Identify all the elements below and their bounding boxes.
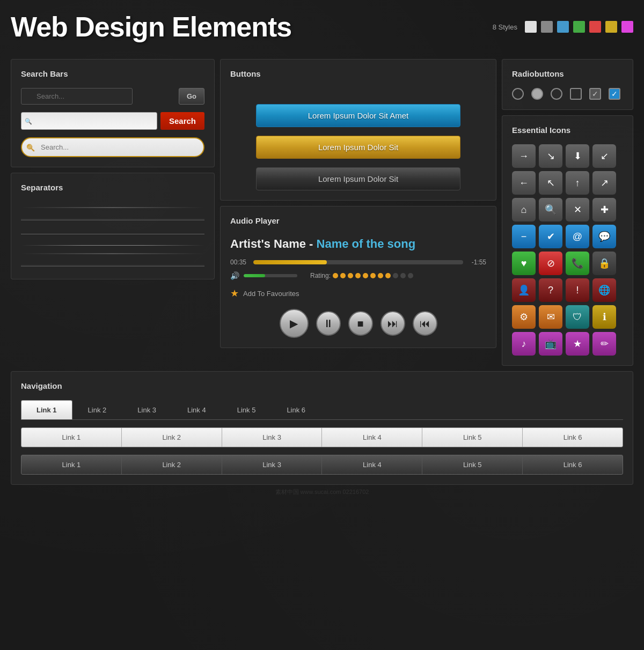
audio-player-title: Audio Player <box>230 216 486 225</box>
nav-tab-1-link1[interactable]: Link 1 <box>21 400 72 419</box>
icon-globe[interactable]: 🌐 <box>592 278 616 302</box>
icon-arrow-right[interactable]: → <box>512 144 536 168</box>
nav-tab-2-link5[interactable]: Link 5 <box>422 428 523 447</box>
watermark: 素材中国 www.sucai.com 02216702 <box>11 485 633 499</box>
favourites-row[interactable]: ★ Add To Favourites <box>230 287 486 299</box>
search-bar-3-row <box>21 137 204 157</box>
separator-4 <box>21 245 204 246</box>
nav-row-2: Link 1 Link 2 Link 3 Link 4 Link 5 Link … <box>21 427 623 447</box>
rating-label: Rating: <box>310 272 331 279</box>
swatch-1[interactable] <box>525 21 537 33</box>
icon-home[interactable]: ⌂ <box>512 198 536 221</box>
radio-6[interactable]: ✓ <box>609 88 620 100</box>
search-wrapper-1 <box>21 88 175 105</box>
icon-tv[interactable]: 📺 <box>539 332 562 356</box>
search-input-3[interactable] <box>21 137 204 157</box>
nav-tab-3-link4[interactable]: Link 4 <box>322 455 422 474</box>
nav-tab-1-link6[interactable]: Link 6 <box>271 400 321 419</box>
icon-user[interactable]: 👤 <box>512 278 536 302</box>
nav-tab-2-link1[interactable]: Link 1 <box>21 428 122 447</box>
song-name: Name of the song <box>317 237 416 250</box>
main-panels-row: Search Bars Go Search <box>11 59 633 366</box>
icon-star[interactable]: ★ <box>566 332 589 356</box>
icon-checkmark[interactable]: ✔ <box>539 225 562 248</box>
radio-2[interactable] <box>531 88 543 100</box>
icon-phone[interactable]: 📞 <box>566 252 589 275</box>
stop-button[interactable]: ■ <box>348 311 373 336</box>
button-blue[interactable]: Lorem Ipsum Dolor Sit Amet <box>256 104 461 127</box>
icon-arrow-down-left[interactable]: ↙ <box>592 144 616 168</box>
nav-tab-3-link1[interactable]: Link 1 <box>21 455 122 474</box>
icon-pencil[interactable]: ✏ <box>592 332 616 356</box>
search-button[interactable]: Search <box>160 112 204 130</box>
rating-dot <box>378 273 383 278</box>
nav-tab-2-link6[interactable]: Link 6 <box>523 428 623 447</box>
icon-search[interactable]: 🔍 <box>539 198 562 221</box>
backward-button[interactable]: ⏮ <box>413 311 437 336</box>
rating-area: Rating: <box>310 272 413 279</box>
icon-arrow-down-right[interactable]: ↘ <box>539 144 562 168</box>
nav-tab-1-link5[interactable]: Link 5 <box>222 400 272 419</box>
icon-question[interactable]: ? <box>539 278 562 302</box>
icon-arrow-left[interactable]: ← <box>512 171 536 195</box>
icon-exclaim[interactable]: ! <box>566 278 589 302</box>
icon-mail[interactable]: ✉ <box>539 305 562 329</box>
icon-plus[interactable]: ✚ <box>592 198 616 221</box>
nav-tab-2-link3[interactable]: Link 3 <box>222 428 323 447</box>
icon-minus[interactable]: − <box>512 225 536 248</box>
icon-no[interactable]: ⊘ <box>539 252 562 275</box>
icon-arrow-up-right[interactable]: ↗ <box>592 171 616 195</box>
icon-info[interactable]: ℹ <box>592 305 616 329</box>
search-input-1[interactable] <box>21 88 133 105</box>
button-dark[interactable]: Lorem Ipsum Dolor Sit <box>256 167 461 190</box>
pause-button[interactable]: ⏸ <box>316 311 341 336</box>
nav-tab-1-link4[interactable]: Link 4 <box>172 400 222 419</box>
buttons-panel: Buttons Lorem Ipsum Dolor Sit Amet Lorem… <box>220 59 496 201</box>
volume-row: 🔊 Rating: <box>230 271 486 280</box>
radio-5[interactable]: ✓ <box>589 88 601 100</box>
swatch-6[interactable] <box>605 21 617 33</box>
nav-row-3: Link 1 Link 2 Link 3 Link 4 Link 5 Link … <box>21 455 623 475</box>
nav-tab-1-link3[interactable]: Link 3 <box>122 400 172 419</box>
search-input-2[interactable] <box>21 112 157 130</box>
styles-label: 8 Styles <box>493 23 517 31</box>
volume-bar[interactable] <box>244 274 297 277</box>
time-remaining: -1:55 <box>467 258 486 266</box>
swatch-5[interactable] <box>589 21 601 33</box>
icons-grid: → ↘ ⬇ ↙ ← ↖ ↑ ↗ ⌂ 🔍 ✕ ✚ − ✔ @ 💬 ♥ ⊘ 📞 🔒 <box>512 144 623 356</box>
forward-button[interactable]: ⏭ <box>380 311 405 336</box>
nav-tab-3-link2[interactable]: Link 2 <box>122 455 222 474</box>
nav-tab-1-link2[interactable]: Link 2 <box>72 400 122 419</box>
icon-music[interactable]: ♪ <box>512 332 536 356</box>
swatch-2[interactable] <box>541 21 553 33</box>
fav-label: Add To Favourites <box>243 290 299 298</box>
progress-bar-bg[interactable] <box>253 260 463 264</box>
swatch-3[interactable] <box>557 21 569 33</box>
nav-tab-3-link6[interactable]: Link 6 <box>523 455 623 474</box>
icon-heart[interactable]: ♥ <box>512 252 536 275</box>
icon-close[interactable]: ✕ <box>566 198 589 221</box>
icon-chat[interactable]: 💬 <box>592 225 616 248</box>
go-button[interactable]: Go <box>179 88 204 105</box>
icon-gear[interactable]: ⚙ <box>512 305 536 329</box>
icon-arrow-up-left[interactable]: ↖ <box>539 171 562 195</box>
icon-arrow-down[interactable]: ⬇ <box>566 144 589 168</box>
radio-4[interactable] <box>570 88 582 100</box>
nav-tab-2-link2[interactable]: Link 2 <box>122 428 222 447</box>
swatch-4[interactable] <box>573 21 585 33</box>
header: Web Design Elements 8 Styles <box>11 11 633 48</box>
nav-tab-3-link3[interactable]: Link 3 <box>222 455 323 474</box>
swatch-7[interactable] <box>621 21 633 33</box>
icon-arrow-up[interactable]: ↑ <box>566 171 589 195</box>
time-current: 00:35 <box>230 258 249 266</box>
nav-tab-2-link4[interactable]: Link 4 <box>322 428 422 447</box>
rating-dot <box>385 273 391 278</box>
icon-shield[interactable]: 🛡 <box>566 305 589 329</box>
radio-1[interactable] <box>512 88 524 100</box>
icon-lock[interactable]: 🔒 <box>592 252 616 275</box>
button-gold[interactable]: Lorem Ipsum Dolor Sit <box>256 136 461 159</box>
nav-tab-3-link5[interactable]: Link 5 <box>422 455 523 474</box>
icon-at[interactable]: @ <box>566 225 589 248</box>
play-button[interactable]: ▶ <box>280 309 309 338</box>
radio-3[interactable] <box>551 88 562 100</box>
